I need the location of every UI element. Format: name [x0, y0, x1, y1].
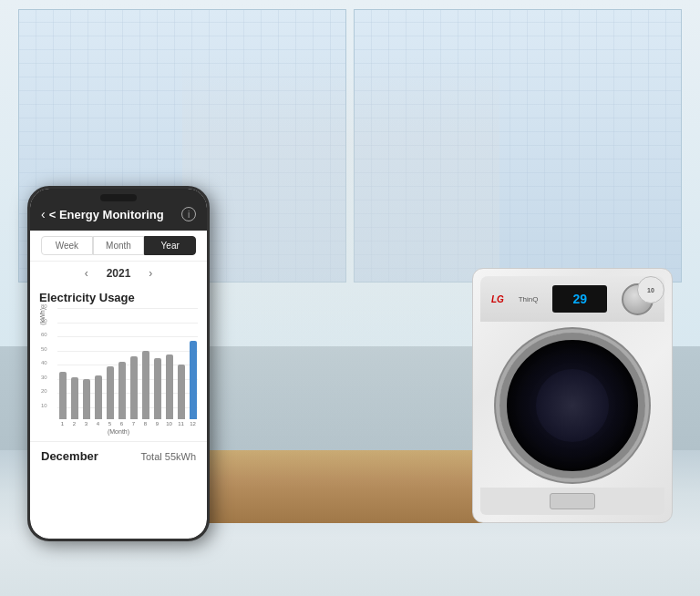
- bar-jun-label: 6: [120, 421, 123, 426]
- next-year-button[interactable]: ›: [149, 267, 152, 280]
- app-title: < Energy Monitoring: [49, 208, 164, 221]
- bar-mar: 3: [81, 326, 91, 426]
- bar-may-label: 5: [108, 421, 111, 426]
- tab-month[interactable]: Month: [93, 236, 145, 255]
- app-header-left: ‹ < Energy Monitoring: [41, 207, 164, 221]
- person-area: [182, 55, 499, 492]
- info-icon[interactable]: i: [181, 207, 196, 221]
- scene-background: LG ThinQ 29 10 📶: [0, 0, 700, 596]
- bar-apr-fill: [95, 375, 102, 419]
- bar-nov-fill: [178, 365, 185, 419]
- bar-sep-fill: [154, 358, 161, 419]
- wm-body: LG ThinQ 29 10: [472, 268, 673, 523]
- bar-nov-label: 11: [178, 421, 184, 426]
- wm-logo: LG: [491, 294, 504, 304]
- bar-aug-fill: [142, 351, 149, 419]
- bar-oct-label: 10: [166, 421, 172, 426]
- chart-section: Electricity Usage (kWh) 80 70 60 50 40 3…: [30, 285, 207, 441]
- bar-jan-label: 1: [61, 421, 64, 426]
- wm-drum-detail: [513, 346, 632, 465]
- wm-filter-door: [550, 493, 595, 509]
- bar-oct-fill: [166, 355, 173, 419]
- prev-year-button[interactable]: ‹: [85, 267, 88, 280]
- bar-dec-label: 12: [190, 421, 196, 426]
- bar-dec: 12: [188, 326, 198, 426]
- chart-bars: 1 2 3 4: [57, 308, 198, 426]
- chart-title: Electricity Usage: [39, 291, 198, 304]
- phone-notch: [100, 194, 137, 201]
- tab-week[interactable]: Week: [41, 236, 93, 255]
- bar-oct: 10: [164, 326, 174, 426]
- bar-mar-fill: [83, 379, 90, 419]
- bar-feb-fill: [71, 377, 78, 419]
- bar-sep-label: 9: [156, 421, 159, 426]
- bar-jun: 6: [117, 326, 127, 426]
- wm-drum: [499, 333, 645, 478]
- wm-badge: 10: [637, 276, 664, 303]
- bar-mar-label: 3: [85, 421, 88, 426]
- wm-display: 29: [552, 285, 607, 313]
- phone: ‹ < Energy Monitoring i Week Month Year …: [27, 186, 210, 541]
- year-label: 2021: [107, 267, 131, 280]
- bar-may-fill: [107, 366, 114, 419]
- bar-jan-fill: [59, 372, 67, 419]
- period-tabs: Week Month Year: [30, 231, 207, 262]
- bar-sep: 9: [152, 326, 162, 426]
- tab-year[interactable]: Year: [144, 236, 196, 255]
- bar-dec-fill: [190, 341, 197, 419]
- bar-aug-label: 8: [144, 421, 147, 426]
- year-nav: ‹ 2021 ›: [30, 262, 207, 285]
- bar-nov: 11: [176, 326, 186, 426]
- bar-jun-fill: [118, 362, 126, 419]
- washing-machine: LG ThinQ 29 10: [472, 268, 673, 523]
- month-name: December: [41, 449, 98, 463]
- wm-bottom-area: [480, 488, 664, 515]
- bar-jul-label: 7: [132, 421, 135, 426]
- wm-top-panel: LG ThinQ 29: [480, 276, 664, 322]
- chart-area: (kWh) 80 70 60 50 40 30 20 10: [39, 308, 198, 436]
- bar-apr: 4: [93, 326, 103, 426]
- bar-feb: 2: [69, 326, 79, 426]
- month-total: Total 55kWh: [140, 451, 196, 462]
- wm-model: ThinQ: [519, 295, 539, 303]
- back-arrow-icon[interactable]: ‹: [41, 207, 46, 221]
- phone-screen: ‹ < Energy Monitoring i Week Month Year …: [30, 189, 207, 539]
- bar-feb-label: 2: [73, 421, 76, 426]
- bar-apr-label: 4: [97, 421, 99, 426]
- bar-jan: 1: [57, 326, 67, 426]
- x-axis-label: (Month): [39, 428, 198, 435]
- bar-aug: 8: [140, 326, 150, 426]
- bar-jul-fill: [130, 356, 138, 419]
- month-summary: December Total 55kWh: [30, 441, 207, 470]
- bar-jul: 7: [129, 326, 139, 426]
- bar-may: 5: [105, 326, 115, 426]
